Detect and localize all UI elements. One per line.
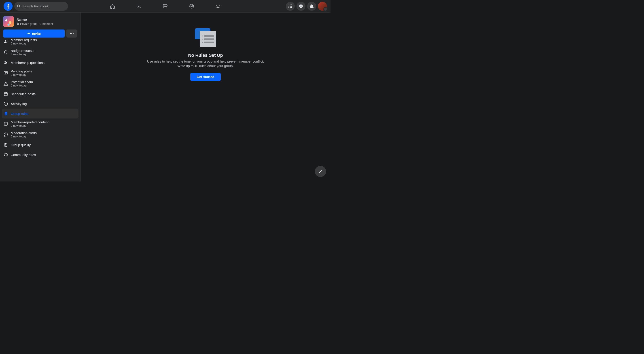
svg-rect-27 bbox=[5, 143, 6, 144]
menu-button[interactable] bbox=[286, 2, 295, 11]
home-icon bbox=[110, 3, 115, 9]
messenger-button[interactable] bbox=[296, 2, 306, 11]
svg-point-15 bbox=[290, 7, 291, 8]
nav-groups[interactable] bbox=[179, 1, 204, 11]
svg-point-18 bbox=[71, 33, 72, 34]
top-bar bbox=[0, 0, 330, 12]
sidebar-item-pending-posts[interactable]: Pending posts0 new today bbox=[2, 67, 78, 78]
svg-point-16 bbox=[291, 7, 292, 8]
video-icon bbox=[136, 3, 142, 9]
facebook-logo[interactable] bbox=[4, 2, 12, 11]
community-icon bbox=[4, 152, 8, 157]
sidebar: Name Private group · 1 member Invite Mem… bbox=[0, 12, 80, 181]
search-field[interactable] bbox=[14, 2, 68, 11]
sidebar-item-member-requests[interactable]: Member requests0 new today bbox=[2, 39, 78, 47]
post-icon bbox=[4, 71, 8, 75]
sidebar-item-potential-spam[interactable]: Potential spam0 new today bbox=[2, 78, 78, 89]
group-header: Name Private group · 1 member bbox=[2, 16, 78, 29]
svg-point-12 bbox=[290, 6, 291, 7]
svg-rect-23 bbox=[4, 92, 8, 96]
svg-point-13 bbox=[291, 6, 292, 7]
sidebar-item-badge-requests[interactable]: Badge requests0 new today bbox=[2, 47, 78, 58]
edit-icon bbox=[318, 169, 323, 174]
invite-label: Invite bbox=[32, 32, 41, 35]
sidebar-item-moderation-alerts[interactable]: Moderation alerts0 new today bbox=[2, 129, 78, 140]
sidebar-item-group-rules[interactable]: Group rules bbox=[2, 109, 78, 118]
svg-point-21 bbox=[6, 62, 8, 63]
sidebar-item-label: Scheduled posts bbox=[11, 92, 36, 96]
sidebar-item-label: Group quality bbox=[11, 143, 31, 147]
alert-icon bbox=[4, 132, 8, 137]
lock-icon bbox=[16, 22, 19, 25]
svg-point-20 bbox=[4, 61, 6, 62]
sidebar-item-sub: 0 new today bbox=[11, 135, 37, 138]
ellipsis-icon bbox=[70, 31, 74, 36]
compose-fab[interactable] bbox=[315, 166, 326, 177]
invite-button[interactable]: Invite bbox=[3, 29, 64, 37]
sidebar-item-label: Pending posts bbox=[11, 69, 32, 73]
svg-point-17 bbox=[70, 33, 71, 34]
sidebar-item-community-rules[interactable]: Community rules bbox=[2, 150, 78, 160]
person-add-icon bbox=[4, 39, 8, 44]
marketplace-icon bbox=[162, 3, 168, 9]
sidebar-item-label: Membership questions bbox=[11, 61, 44, 65]
sidebar-item-label: Member-reported content bbox=[11, 120, 48, 124]
gaming-icon bbox=[215, 3, 221, 9]
group-privacy: Private group bbox=[20, 22, 37, 25]
svg-point-10 bbox=[291, 4, 292, 5]
flag-icon bbox=[4, 122, 8, 126]
svg-rect-5 bbox=[216, 5, 220, 7]
header-actions bbox=[286, 2, 327, 11]
sidebar-item-sub: 0 new today bbox=[11, 73, 32, 76]
svg-point-8 bbox=[288, 4, 289, 5]
svg-point-4 bbox=[192, 5, 193, 6]
groups-icon bbox=[189, 3, 194, 9]
sidebar-item-label: Group rules bbox=[11, 112, 28, 115]
get-started-button[interactable]: Get started bbox=[190, 73, 220, 81]
search-icon bbox=[17, 4, 20, 8]
search-input[interactable] bbox=[22, 4, 65, 8]
group-name: Name bbox=[16, 18, 53, 22]
sidebar-item-sub: 0 new today bbox=[11, 84, 33, 87]
grid-icon bbox=[288, 4, 292, 8]
question-icon bbox=[4, 60, 8, 65]
group-thumbnail[interactable] bbox=[3, 16, 14, 27]
sidebar-item-activity-log[interactable]: Activity log bbox=[2, 99, 78, 109]
sidebar-item-label: Moderation alerts bbox=[11, 131, 37, 135]
rules-icon bbox=[4, 111, 8, 116]
svg-rect-26 bbox=[5, 143, 7, 147]
sidebar-item-member-reported-content[interactable]: Member-reported content0 new today bbox=[2, 118, 78, 129]
sidebar-item-sub: 0 new today bbox=[11, 42, 37, 45]
clipboard-icon bbox=[4, 143, 8, 147]
account-avatar[interactable] bbox=[318, 2, 327, 11]
warning-icon bbox=[4, 81, 8, 86]
sidebar-item-label: Potential spam bbox=[11, 80, 33, 84]
sidebar-item-sub: 0 new today bbox=[11, 52, 34, 56]
sidebar-item-sub: 0 new today bbox=[11, 124, 48, 127]
svg-point-9 bbox=[290, 4, 291, 5]
group-meta: Private group · 1 member bbox=[16, 22, 53, 25]
sidebar-item-group-quality[interactable]: Group quality bbox=[2, 140, 78, 150]
sidebar-item-label: Activity log bbox=[11, 102, 27, 106]
nav-marketplace[interactable] bbox=[153, 1, 178, 11]
sidebar-item-label: Member requests bbox=[11, 39, 37, 42]
nav-video[interactable] bbox=[126, 1, 151, 11]
svg-point-11 bbox=[288, 6, 289, 7]
sidebar-nav: Member requests0 new todayBadge requests… bbox=[2, 39, 78, 180]
center-nav bbox=[100, 0, 230, 12]
nav-home[interactable] bbox=[100, 1, 125, 11]
sidebar-item-membership-questions[interactable]: Membership questions bbox=[2, 58, 78, 67]
svg-point-2 bbox=[190, 4, 194, 8]
main-content: No Rules Set Up Use rules to help set th… bbox=[80, 12, 330, 181]
svg-rect-22 bbox=[4, 71, 8, 74]
sidebar-item-scheduled-posts[interactable]: Scheduled posts bbox=[2, 89, 78, 99]
plus-icon bbox=[27, 32, 31, 35]
messenger-icon bbox=[299, 4, 303, 8]
sidebar-item-label: Community rules bbox=[11, 153, 36, 157]
svg-point-14 bbox=[288, 7, 289, 8]
empty-description: Use rules to help set the tone for your … bbox=[143, 59, 268, 68]
nav-gaming[interactable] bbox=[206, 1, 230, 11]
more-button[interactable] bbox=[66, 29, 77, 37]
notifications-button[interactable] bbox=[307, 2, 316, 11]
group-members: 1 member bbox=[40, 22, 53, 25]
